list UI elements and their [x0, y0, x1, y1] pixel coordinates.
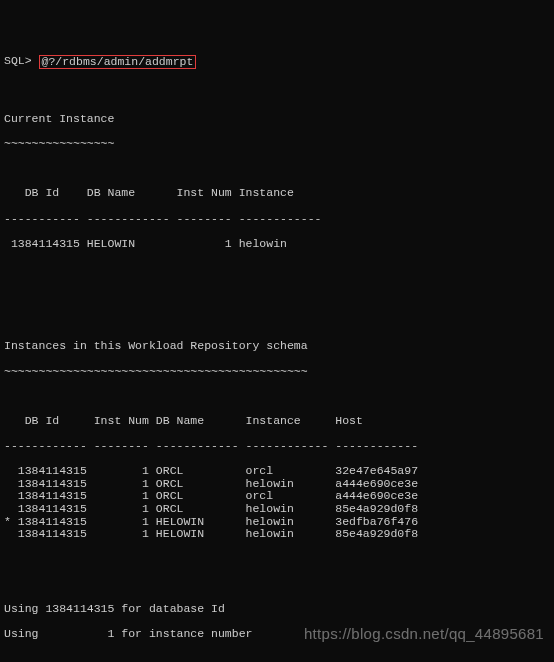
command-box: @?/rdbms/admin/addmrpt [39, 55, 197, 70]
instances-schema-section: Instances in this Workload Repository sc… [4, 328, 550, 554]
command-text[interactable]: @?/rdbms/admin/addmrpt [42, 55, 194, 68]
current-instance-row: 1384114315 HELOWIN 1 helowin [4, 238, 550, 251]
instances-schema-title: Instances in this Workload Repository sc… [4, 340, 550, 353]
instances-schema-divider: ------------ -------- ------------ -----… [4, 440, 550, 453]
instances-schema-header: DB Id Inst Num DB Name Instance Host [4, 415, 550, 428]
current-instance-tilde: ~~~~~~~~~~~~~~~~ [4, 138, 550, 151]
current-instance-title: Current Instance [4, 113, 550, 126]
table-row: 1384114315 1 ORCL helowin 85e4a929d0f8 [4, 503, 550, 516]
instances-schema-tilde: ~~~~~~~~~~~~~~~~~~~~~~~~~~~~~~~~~~~~~~~~… [4, 366, 550, 379]
sql-prompt: SQL> [4, 55, 39, 68]
current-instance-header: DB Id DB Name Inst Num Instance [4, 187, 550, 200]
using-line1: Using 1384114315 for database Id [4, 603, 550, 616]
instances-schema-rows: 1384114315 1 ORCL orcl 32e47e645a97 1384… [4, 465, 550, 541]
table-row: 1384114315 1 HELOWIN helowin 85e4a929d0f… [4, 528, 550, 541]
current-instance-section: Current Instance ~~~~~~~~~~~~~~~~ DB Id … [4, 94, 550, 263]
current-instance-divider: ----------- ------------ -------- ------… [4, 213, 550, 226]
table-row: 1384114315 1 ORCL orcl 32e47e645a97 [4, 465, 550, 478]
sql-prompt-line: SQL> @?/rdbms/admin/addmrpt [4, 55, 550, 70]
using-line2: Using 1 for instance number [4, 628, 550, 641]
